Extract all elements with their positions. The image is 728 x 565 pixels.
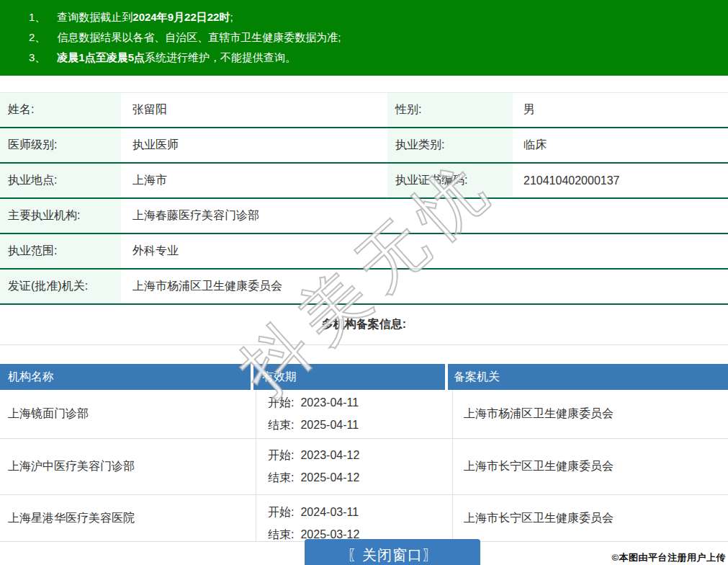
institution-name: 上海镜面门诊部 (0, 390, 256, 438)
start-date: 2023-04-11 (300, 396, 359, 409)
notice-banner: 1、查询数据截止到2024年9月22日22时; 2、信息数据结果以各省、自治区、… (0, 0, 728, 76)
notice-line-2: 2、信息数据结果以各省、自治区、直辖市卫生健康委数据为准; (29, 27, 721, 48)
info-row-name-gender: 姓名: 张留阳 性别: 男 (0, 93, 728, 128)
records-table: 机构名称 有效期 备案机关 上海镜面门诊部 开始:2023-04-11 结束:2… (0, 364, 728, 542)
header-record-authority: 备案机关 (448, 364, 728, 390)
main-institution-value: 上海春藤医疗美容门诊部 (121, 199, 728, 233)
validity-end: 结束:2025-04-12 (268, 469, 452, 486)
notice-line-1: 1、查询数据截止到2024年9月22日22时; (29, 7, 721, 27)
info-row-level-category: 医师级别: 执业医师 执业类别: 临床 (0, 128, 728, 164)
issuing-authority-value: 上海市杨浦区卫生健康委员会 (121, 270, 728, 303)
validity-start: 开始:2023-04-12 (268, 447, 452, 464)
practice-scope-label: 执业范围: (0, 234, 121, 268)
close-window-button[interactable]: 〖关闭窗口〗 (305, 539, 480, 565)
record-row: 上海沪中医疗美容门诊部 开始:2023-04-12 结束:2025-04-12 … (0, 439, 728, 495)
notice-line-3: 3、凌晨1点至凌晨5点系统进行维护，不能提供查询。 (29, 48, 721, 68)
info-row-issuing-authority: 发证(批准)机关: 上海市杨浦区卫生健康委员会 (0, 270, 728, 305)
certificate-number-value: 210410402000137 (513, 164, 728, 197)
record-authority: 上海市杨浦区卫生健康委员会 (453, 390, 728, 438)
start-date: 2023-04-12 (300, 449, 359, 461)
doctor-level-label: 医师级别: (0, 128, 121, 162)
notice-text: ; (230, 11, 233, 23)
copyright-watermark: ©本图由平台注册用户上传 (611, 551, 726, 564)
institution-name: 上海星港华医疗美容医院 (0, 495, 256, 541)
notice-text: 查询数据截止到 (57, 11, 132, 23)
gender-label: 性别: (387, 93, 513, 127)
validity-period: 开始:2024-03-11 结束:2025-03-12 (256, 495, 453, 541)
info-row-main-institution: 主要执业机构: 上海春藤医疗美容门诊部 (0, 199, 728, 234)
records-table-header: 机构名称 有效期 备案机关 (0, 364, 728, 390)
notice-text: 信息数据结果以各省、自治区、直辖市卫生健康委数据为准; (57, 31, 341, 43)
header-institution-name: 机构名称 (0, 364, 253, 390)
start-date: 2024-03-11 (300, 506, 359, 518)
practice-location-value: 上海市 (121, 164, 387, 197)
start-label: 开始: (268, 449, 294, 461)
doctor-level-value: 执业医师 (121, 128, 387, 162)
practice-category-value: 临床 (513, 128, 728, 162)
practice-category-label: 执业类别: (387, 128, 513, 162)
record-row: 上海镜面门诊部 开始:2023-04-11 结束:2025-04-11 上海市杨… (0, 390, 728, 439)
notice-text-bold: 凌晨1点至凌晨5点 (57, 51, 145, 63)
start-label: 开始: (268, 396, 294, 409)
start-label: 开始: (268, 506, 294, 518)
main-institution-label: 主要执业机构: (0, 199, 121, 233)
end-date: 2025-04-12 (300, 471, 359, 484)
validity-period: 开始:2023-04-11 结束:2025-04-11 (256, 390, 453, 438)
notice-number: 2、 (29, 31, 45, 43)
validity-end: 结束:2025-04-11 (268, 417, 452, 434)
validity-start: 开始:2023-04-11 (268, 394, 452, 411)
end-label: 结束: (268, 471, 294, 484)
record-row: 上海星港华医疗美容医院 开始:2024-03-11 结束:2025-03-12 … (0, 495, 728, 542)
header-validity-period: 有效期 (253, 364, 448, 390)
info-row-practice-scope: 执业范围: 外科专业 (0, 234, 728, 270)
validity-start: 开始:2024-03-11 (268, 504, 452, 521)
validity-period: 开始:2023-04-12 结束:2025-04-12 (256, 439, 453, 494)
multi-institution-section-title: 多机构备案信息: (0, 305, 728, 345)
name-label: 姓名: (0, 93, 121, 127)
issuing-authority-label: 发证(批准)机关: (0, 270, 121, 303)
practice-location-label: 执业地点: (0, 164, 121, 197)
notice-text: 系统进行维护，不能提供查询。 (145, 51, 296, 63)
info-row-location-certificate: 执业地点: 上海市 执业证书编码: 210410402000137 (0, 164, 728, 199)
notice-text-bold: 2024年9月22日22时 (132, 11, 230, 23)
institution-name: 上海沪中医疗美容门诊部 (0, 439, 256, 494)
notice-number: 3、 (29, 51, 45, 63)
end-label: 结束: (268, 419, 294, 431)
name-value: 张留阳 (121, 93, 387, 127)
record-authority: 上海市长宁区卫生健康委员会 (453, 439, 728, 494)
gender-value: 男 (513, 93, 728, 127)
notice-number: 1、 (29, 11, 45, 23)
record-authority: 上海市长宁区卫生健康委员会 (453, 495, 728, 541)
end-date: 2025-04-11 (300, 419, 359, 431)
practitioner-info-table: 姓名: 张留阳 性别: 男 医师级别: 执业医师 执业类别: 临床 执业地点: … (0, 92, 728, 305)
end-label: 结束: (268, 528, 294, 540)
certificate-number-label: 执业证书编码: (387, 164, 513, 197)
practice-scope-value: 外科专业 (121, 234, 728, 268)
